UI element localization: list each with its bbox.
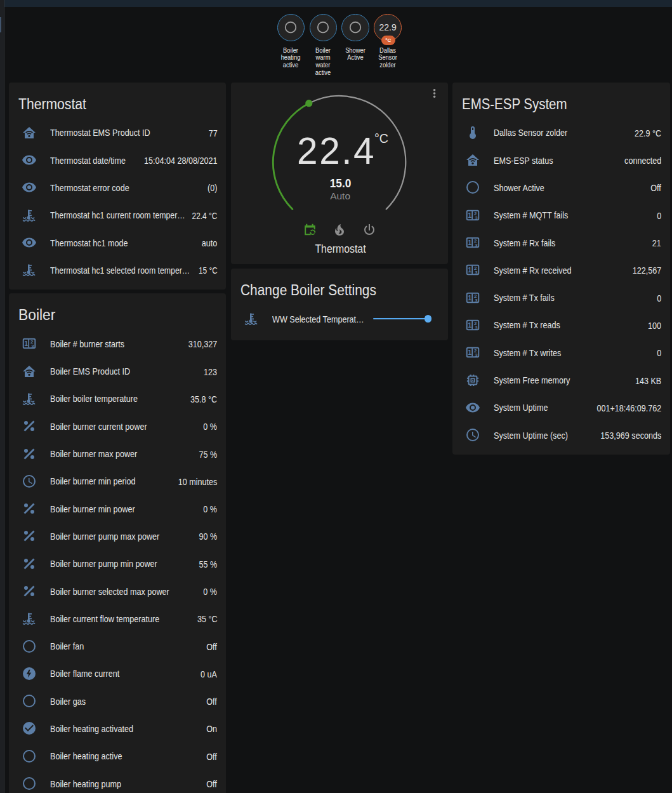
svg-text:3: 3 <box>475 325 478 331</box>
svg-text:1: 1 <box>24 340 28 348</box>
svg-text:1: 1 <box>468 349 472 357</box>
svg-text:1: 1 <box>468 239 472 246</box>
svg-text:3: 3 <box>475 243 478 248</box>
svg-text:3: 3 <box>475 352 478 358</box>
svg-text:3: 3 <box>475 270 478 276</box>
svg-text:3: 3 <box>475 215 478 221</box>
svg-text:1: 1 <box>468 294 472 302</box>
svg-text:3: 3 <box>475 298 478 303</box>
svg-text:1: 1 <box>468 321 472 329</box>
svg-text:1: 1 <box>468 267 472 274</box>
svg-text:3: 3 <box>31 344 34 350</box>
svg-text:1: 1 <box>468 211 472 219</box>
